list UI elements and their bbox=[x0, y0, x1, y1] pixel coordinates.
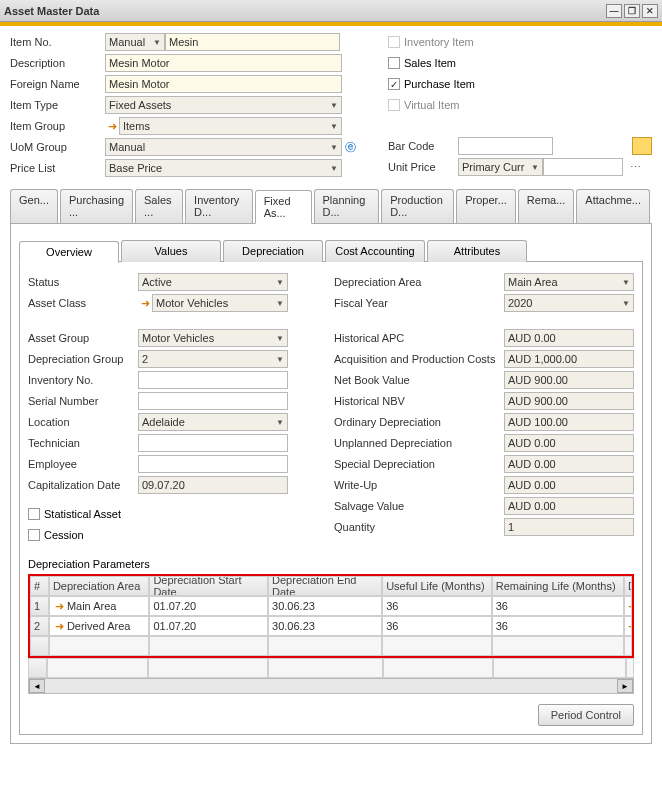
table-row[interactable]: 2 ➜Derived Area 01.07.20 30.06.23 36 36 … bbox=[30, 616, 632, 636]
historical-apc-field: AUD 0.00 bbox=[504, 329, 634, 347]
link-arrow-icon[interactable]: ➜ bbox=[138, 296, 152, 310]
foreign-name-field[interactable]: Mesin Motor bbox=[105, 75, 342, 93]
unit-price-currency[interactable]: Primary Curr bbox=[458, 158, 543, 176]
sales-item-checkbox[interactable] bbox=[388, 57, 400, 69]
item-no-field[interactable]: Mesin bbox=[165, 33, 340, 51]
uom-group-field[interactable]: Manual bbox=[105, 138, 342, 156]
item-group-label: Item Group bbox=[10, 120, 105, 132]
writeup-label: Write-Up bbox=[334, 479, 504, 491]
subtab-values[interactable]: Values bbox=[121, 240, 221, 262]
asset-group-label: Asset Group bbox=[28, 332, 138, 344]
item-type-field[interactable]: Fixed Assets bbox=[105, 96, 342, 114]
status-field[interactable]: Active bbox=[138, 273, 288, 291]
historical-nbv-field: AUD 900.00 bbox=[504, 392, 634, 410]
barcode-lookup-button[interactable] bbox=[632, 137, 652, 155]
link-arrow-icon[interactable]: ➜ bbox=[628, 599, 632, 613]
tab-purchasing[interactable]: Purchasing ... bbox=[60, 189, 133, 223]
salvage-label: Salvage Value bbox=[334, 500, 504, 512]
col-start[interactable]: Depreciation Start Date bbox=[149, 576, 268, 596]
link-arrow-icon[interactable]: ➜ bbox=[53, 599, 67, 613]
link-arrow-icon[interactable]: ➜ bbox=[105, 119, 119, 133]
subtab-attributes[interactable]: Attributes bbox=[427, 240, 527, 262]
writeup-field: AUD 0.00 bbox=[504, 476, 634, 494]
foreign-name-label: Foreign Name bbox=[10, 78, 105, 90]
uom-details-icon[interactable]: ⓔ bbox=[342, 140, 358, 155]
barcode-field[interactable] bbox=[458, 137, 553, 155]
row-num bbox=[30, 636, 49, 656]
price-list-field[interactable]: Base Price bbox=[105, 159, 342, 177]
apc-label: Acquisition and Production Costs bbox=[334, 353, 504, 365]
nbv-field: AUD 900.00 bbox=[504, 371, 634, 389]
col-end[interactable]: Depreciation End Date bbox=[268, 576, 382, 596]
statistical-asset-checkbox[interactable] bbox=[28, 508, 40, 520]
row-num: 1 bbox=[30, 596, 49, 616]
quantity-field: 1 bbox=[504, 518, 634, 536]
tab-production[interactable]: Production D... bbox=[381, 189, 454, 223]
cell-start: 01.07.20 bbox=[149, 596, 268, 616]
cession-checkbox[interactable] bbox=[28, 529, 40, 541]
cell-area: ➜Main Area bbox=[49, 596, 150, 616]
maximize-button[interactable]: ❐ bbox=[624, 4, 640, 18]
tab-planning[interactable]: Planning D... bbox=[314, 189, 380, 223]
col-area[interactable]: Depreciation Area bbox=[49, 576, 150, 596]
ordinary-depr-label: Ordinary Depreciation bbox=[334, 416, 504, 428]
purchase-item-checkbox[interactable] bbox=[388, 78, 400, 90]
historical-apc-label: Historical APC bbox=[334, 332, 504, 344]
scroll-left-button[interactable]: ◄ bbox=[29, 679, 45, 693]
horizontal-scrollbar[interactable]: ◄ ► bbox=[28, 678, 634, 694]
item-group-field[interactable]: Items bbox=[119, 117, 342, 135]
col-num[interactable]: # bbox=[30, 576, 49, 596]
serial-number-field[interactable] bbox=[138, 392, 288, 410]
inventory-no-field[interactable] bbox=[138, 371, 288, 389]
minimize-button[interactable]: — bbox=[606, 4, 622, 18]
subtab-overview[interactable]: Overview bbox=[19, 241, 119, 263]
virtual-item-label: Virtual Item bbox=[404, 99, 459, 111]
asset-class-label: Asset Class bbox=[28, 297, 138, 309]
sales-item-label: Sales Item bbox=[404, 57, 456, 69]
link-arrow-icon[interactable]: ➜ bbox=[53, 619, 67, 633]
location-field[interactable]: Adelaide bbox=[138, 413, 288, 431]
tab-remarks[interactable]: Rema... bbox=[518, 189, 575, 223]
unit-price-details-icon[interactable]: ⋯ bbox=[627, 161, 643, 174]
subtab-cost-accounting[interactable]: Cost Accounting bbox=[325, 240, 425, 262]
link-arrow-icon[interactable]: ➜ bbox=[628, 619, 632, 633]
depr-params-title: Depreciation Parameters bbox=[28, 558, 634, 570]
tab-general[interactable]: Gen... bbox=[10, 189, 58, 223]
item-no-mode[interactable]: Manual bbox=[105, 33, 165, 51]
location-label: Location bbox=[28, 416, 138, 428]
ordinary-depr-field: AUD 100.00 bbox=[504, 413, 634, 431]
depr-area-field[interactable]: Main Area bbox=[504, 273, 634, 291]
depr-params-table: # Depreciation Area Depreciation Start D… bbox=[28, 574, 634, 658]
unit-price-field[interactable] bbox=[543, 158, 623, 176]
inventory-no-label: Inventory No. bbox=[28, 374, 138, 386]
unit-price-label: Unit Price bbox=[388, 161, 458, 173]
employee-field[interactable] bbox=[138, 455, 288, 473]
description-label: Description bbox=[10, 57, 105, 69]
close-button[interactable]: ✕ bbox=[642, 4, 658, 18]
cap-date-field[interactable]: 09.07.20 bbox=[138, 476, 288, 494]
tab-properties[interactable]: Proper... bbox=[456, 189, 516, 223]
employee-label: Employee bbox=[28, 458, 138, 470]
statistical-asset-label: Statistical Asset bbox=[44, 508, 121, 520]
fiscal-year-field[interactable]: 2020 bbox=[504, 294, 634, 312]
table-row bbox=[28, 658, 634, 678]
scroll-right-button[interactable]: ► bbox=[617, 679, 633, 693]
tab-sales[interactable]: Sales ... bbox=[135, 189, 183, 223]
table-row[interactable]: 1 ➜Main Area 01.07.20 30.06.23 36 36 ➜De… bbox=[30, 596, 632, 616]
barcode-label: Bar Code bbox=[388, 140, 458, 152]
tab-inventory[interactable]: Inventory D... bbox=[185, 189, 253, 223]
col-remaining-life[interactable]: Remaining Life (Months) bbox=[492, 576, 624, 596]
tab-fixed-assets[interactable]: Fixed As... bbox=[255, 190, 312, 224]
asset-class-field[interactable]: Motor Vehicles bbox=[152, 294, 288, 312]
uom-group-label: UoM Group bbox=[10, 141, 105, 153]
description-field[interactable]: Mesin Motor bbox=[105, 54, 342, 72]
technician-field[interactable] bbox=[138, 434, 288, 452]
asset-group-field[interactable]: Motor Vehicles bbox=[138, 329, 288, 347]
subtab-depreciation[interactable]: Depreciation bbox=[223, 240, 323, 262]
col-depr-type[interactable]: Depr... bbox=[624, 576, 632, 596]
col-useful-life[interactable]: Useful Life (Months) bbox=[382, 576, 492, 596]
tab-attachments[interactable]: Attachme... bbox=[576, 189, 650, 223]
cell-life: 36 bbox=[382, 616, 492, 636]
depr-group-field[interactable]: 2 bbox=[138, 350, 288, 368]
period-control-button[interactable]: Period Control bbox=[538, 704, 634, 726]
